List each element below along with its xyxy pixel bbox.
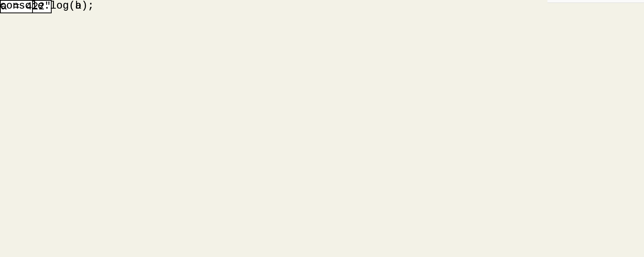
diagram-stage: { "labels": { "lvl0": "0级链", "lvl1": "1级…: [0, 0, 644, 257]
toolbar-fragment: [547, 0, 644, 3]
console-log-b: console.log(b);: [0, 0, 94, 12]
